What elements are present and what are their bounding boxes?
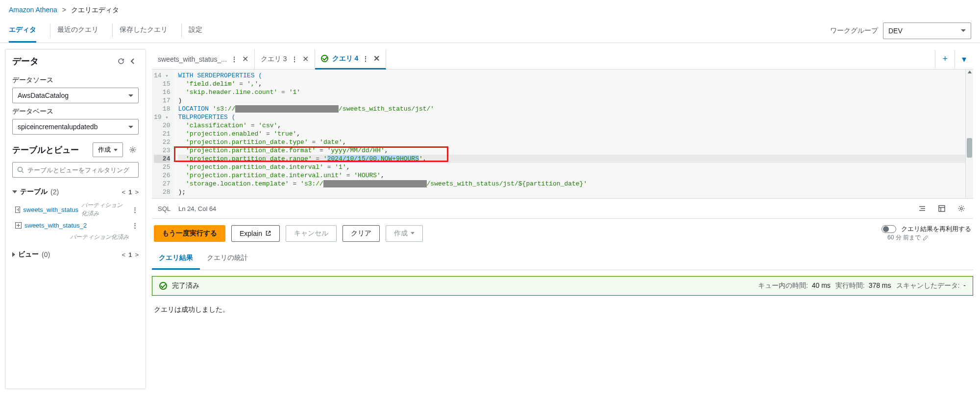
tab-query-stats[interactable]: クエリの統計 bbox=[200, 248, 255, 270]
datasource-select[interactable]: AwsDataCatalog bbox=[12, 88, 139, 103]
cursor-position: Ln 24, Col 64 bbox=[178, 205, 216, 212]
close-icon[interactable]: ✕ bbox=[302, 54, 309, 64]
vertical-scrollbar[interactable] bbox=[965, 70, 973, 198]
refresh-button[interactable] bbox=[115, 55, 127, 67]
create-button[interactable]: 作成 bbox=[93, 142, 123, 157]
explain-button[interactable]: Explain bbox=[231, 225, 280, 242]
prev-page[interactable]: < bbox=[122, 251, 126, 258]
query-tabs: sweets_with_status_... ⋮ ✕ クエリ 3 ⋮ ✕ クエリ… bbox=[152, 49, 386, 69]
scrollbar-thumb[interactable] bbox=[967, 138, 972, 158]
tables-group-header[interactable]: テーブル (2) < 1 > bbox=[12, 185, 139, 199]
next-page[interactable]: > bbox=[135, 251, 139, 258]
side-title: データ bbox=[12, 55, 39, 67]
search-input[interactable] bbox=[27, 166, 134, 174]
close-icon[interactable]: ✕ bbox=[242, 54, 248, 64]
search-icon bbox=[17, 166, 24, 174]
edit-icon[interactable] bbox=[923, 235, 929, 241]
query-tab[interactable]: クエリ 3 ⋮ ✕ bbox=[255, 49, 315, 69]
result-tabs: クエリ結果 クエリの統計 bbox=[152, 248, 973, 270]
cancel-button[interactable]: キャンセル bbox=[286, 225, 337, 242]
tab-menu[interactable]: ⋮ bbox=[231, 55, 238, 63]
svg-point-1 bbox=[18, 167, 23, 172]
tables-views-title: テーブルとビュー bbox=[12, 144, 79, 156]
page-number: 1 bbox=[128, 251, 132, 258]
workgroup-select[interactable]: DEV bbox=[883, 23, 971, 39]
table-item[interactable]: sweets_with_status_2 ⋮ bbox=[12, 220, 139, 231]
tab-saved[interactable]: 保存したクエリ bbox=[120, 19, 168, 43]
settings-button[interactable] bbox=[127, 144, 139, 156]
expand-icon[interactable] bbox=[15, 207, 20, 213]
clear-button[interactable]: クリア bbox=[343, 225, 380, 242]
success-icon bbox=[321, 55, 328, 62]
expand-icon[interactable] bbox=[15, 222, 22, 229]
tabs-menu-button[interactable]: ▾ bbox=[955, 50, 973, 69]
database-select[interactable]: spiceincrementalupdatedb bbox=[12, 119, 139, 135]
breadcrumb-current: クエリエディタ bbox=[71, 6, 119, 14]
item-menu[interactable]: ⋮ bbox=[132, 222, 139, 229]
tab-menu[interactable]: ⋮ bbox=[362, 55, 369, 63]
page-number: 1 bbox=[128, 188, 132, 196]
side-panel: データ データソース AwsDataCatalog データベース spicein… bbox=[5, 49, 146, 389]
create-dropdown[interactable]: 作成 bbox=[386, 225, 423, 242]
caret-down-icon bbox=[961, 29, 966, 32]
chevron-left-icon bbox=[129, 57, 137, 65]
add-tab-button[interactable]: + bbox=[935, 50, 955, 68]
status-text: 完了済み bbox=[172, 281, 199, 290]
success-icon bbox=[159, 282, 167, 290]
reuse-sublabel: 60 分 前まで bbox=[887, 233, 921, 242]
views-group-header[interactable]: ビュー (0) < 1 > bbox=[12, 247, 139, 262]
gutter: 14 ▾ 15 16 17 18 19 ▾ 20 21 22 23 24 25 bbox=[152, 70, 174, 198]
breadcrumb: Amazon Athena > クエリエディタ bbox=[0, 0, 980, 19]
datasource-label: データソース bbox=[12, 76, 139, 85]
workgroup-label: ワークグループ bbox=[830, 26, 878, 35]
search-box[interactable] bbox=[12, 162, 139, 178]
query-tab[interactable]: sweets_with_status_... ⋮ ✕ bbox=[152, 49, 255, 69]
reuse-toggle[interactable] bbox=[882, 225, 896, 233]
tab-recent[interactable]: 最近のクエリ bbox=[57, 19, 98, 43]
collapse-panel-button[interactable] bbox=[127, 55, 139, 67]
partition-badge: パーティション化済み bbox=[70, 233, 129, 241]
breadcrumb-root[interactable]: Amazon Athena bbox=[9, 6, 57, 14]
format-button[interactable] bbox=[916, 203, 928, 214]
editor-settings-button[interactable] bbox=[956, 203, 967, 214]
svg-point-3 bbox=[960, 208, 962, 209]
gear-icon bbox=[129, 146, 137, 154]
result-banner: 完了済み キュー内の時間: 40 ms 実行時間: 378 ms スキャンしたデ… bbox=[152, 276, 973, 296]
svg-point-0 bbox=[132, 149, 134, 151]
external-icon bbox=[265, 230, 271, 236]
item-menu[interactable]: ⋮ bbox=[132, 206, 139, 213]
layout-button[interactable] bbox=[936, 203, 948, 214]
tab-settings[interactable]: 設定 bbox=[189, 19, 202, 43]
caret-down-icon bbox=[12, 190, 17, 193]
result-message: クエリは成功しました。 bbox=[152, 302, 973, 324]
svg-rect-2 bbox=[939, 206, 945, 211]
tab-menu[interactable]: ⋮ bbox=[291, 55, 298, 63]
status-bar: SQL Ln 24, Col 64 bbox=[152, 198, 973, 219]
prev-page[interactable]: < bbox=[122, 188, 126, 196]
main-tabs: エディタ 最近のクエリ 保存したクエリ 設定 bbox=[9, 19, 216, 43]
database-label: データベース bbox=[12, 107, 139, 116]
query-tab[interactable]: クエリ 4 ⋮ ✕ bbox=[315, 49, 387, 70]
tab-query-results[interactable]: クエリ結果 bbox=[152, 248, 200, 270]
tab-editor[interactable]: エディタ bbox=[9, 19, 36, 43]
chevron-right-icon: > bbox=[62, 6, 66, 14]
table-item[interactable]: sweets_with_status パーティション化済み ⋮ bbox=[12, 199, 139, 220]
scroll-up-icon bbox=[968, 70, 972, 73]
refresh-icon bbox=[117, 57, 125, 65]
run-button[interactable]: もう一度実行する bbox=[154, 225, 225, 242]
close-icon[interactable]: ✕ bbox=[373, 54, 380, 63]
sql-editor[interactable]: 14 ▾ 15 16 17 18 19 ▾ 20 21 22 23 24 25 bbox=[152, 70, 973, 198]
reuse-label: クエリ結果を再利用する bbox=[901, 225, 971, 233]
lang-indicator: SQL bbox=[158, 205, 171, 212]
caret-right-icon bbox=[12, 252, 15, 257]
next-page[interactable]: > bbox=[135, 188, 139, 196]
code-area[interactable]: WITH SERDEPROPERTIES ( 'field.delim' = '… bbox=[174, 70, 965, 198]
